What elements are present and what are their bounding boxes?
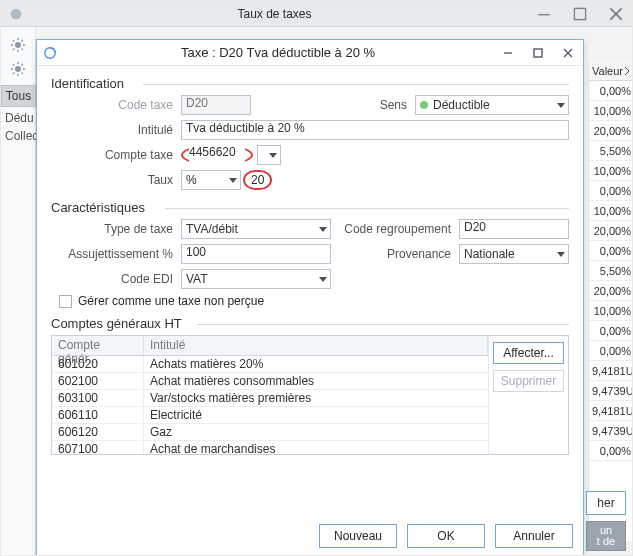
gear-icon[interactable] <box>10 37 26 53</box>
value-cell[interactable]: 10,00% <box>589 301 633 321</box>
table-body[interactable]: 601020Achats matières 20%602100Achat mat… <box>52 356 488 454</box>
chevron-down-icon <box>557 252 565 257</box>
table-row[interactable]: 606120Gaz <box>52 424 488 441</box>
table-row[interactable]: 603100Var/stocks matières premières <box>52 390 488 407</box>
chevron-down-icon <box>319 227 327 232</box>
label-taux: Taux <box>51 173 181 187</box>
provenance-combo[interactable]: Nationale <box>459 244 569 264</box>
table-row[interactable]: 602100Achat matières consommables <box>52 373 488 390</box>
value-cell[interactable]: 5,50% <box>589 261 633 281</box>
value-cell[interactable]: 20,00% <box>589 221 633 241</box>
value-cell[interactable]: 9,4181U <box>589 361 633 381</box>
compte-taxe-highlight: 4456620 <box>181 145 253 165</box>
cell-code: 602100 <box>52 373 144 389</box>
parent-value-column: Valeur 0,00%10,00%20,00%5,50%10,00%0,00%… <box>588 61 633 541</box>
code-regroupement-field[interactable]: D20 <box>459 219 569 239</box>
parent-titlebar: Taux de taxes <box>1 1 633 27</box>
value-cell[interactable]: 9,4739U <box>589 421 633 441</box>
label-type-taxe: Type de taxe <box>51 222 181 236</box>
value-cell[interactable]: 20,00% <box>589 121 633 141</box>
tab-tous[interactable]: Tous <box>1 85 36 107</box>
value-cell[interactable]: 0,00% <box>589 181 633 201</box>
label-compte-taxe: Compte taxe <box>51 148 181 162</box>
assujettissement-field[interactable]: 100 <box>181 244 331 264</box>
value-cell[interactable]: 0,00% <box>589 81 633 101</box>
code-taxe-field: D20 <box>181 95 251 115</box>
th-compte[interactable]: Compte génér... <box>52 336 144 355</box>
section-identification: Identification <box>51 76 569 91</box>
parent-close[interactable] <box>598 1 633 27</box>
cell-intitule: Var/stocks matières premières <box>144 390 488 406</box>
taux-value-field[interactable]: 20 <box>251 173 264 187</box>
label-provenance: Provenance <box>339 247 459 261</box>
value-cell[interactable]: 10,00% <box>589 161 633 181</box>
annuler-button[interactable]: Annuler <box>495 524 573 548</box>
svg-rect-7 <box>534 49 542 57</box>
cell-intitule: Gaz <box>144 424 488 440</box>
value-cell[interactable]: 0,00% <box>589 241 633 261</box>
cell-code: 607100 <box>52 441 144 454</box>
parent-title: Taux de taxes <box>23 7 526 21</box>
accounts-table: Compte génér... Intitulé 601020Achats ma… <box>52 336 488 454</box>
table-row[interactable]: 606110Electricité <box>52 407 488 424</box>
dialog-close[interactable] <box>553 40 583 66</box>
type-taxe-combo[interactable]: TVA/débit <box>181 219 331 239</box>
parent-minimize[interactable] <box>526 1 562 27</box>
code-edi-combo[interactable]: VAT <box>181 269 331 289</box>
svg-point-3 <box>15 42 21 48</box>
chevron-right-icon[interactable] <box>623 67 631 75</box>
app-icon <box>9 7 23 21</box>
parent-maximize[interactable] <box>562 1 598 27</box>
dialog-minimize[interactable] <box>493 40 523 66</box>
cell-intitule: Achats matières 20% <box>144 356 488 372</box>
value-cell[interactable]: 9,4181U <box>589 401 633 421</box>
table-row[interactable]: 607100Achat de marchandises <box>52 441 488 454</box>
svg-point-0 <box>11 8 22 19</box>
taux-unit-combo[interactable]: % <box>181 170 241 190</box>
dialog-titlebar: Taxe : D20 Tva déductible à 20 % <box>37 40 583 66</box>
value-cell[interactable]: 20,00% <box>589 281 633 301</box>
label-code-edi: Code EDI <box>51 272 181 286</box>
compte-taxe-dropdown[interactable] <box>257 145 281 165</box>
th-intitule[interactable]: Intitulé <box>144 336 488 355</box>
table-header: Compte génér... Intitulé <box>52 336 488 356</box>
table-row[interactable]: 601020Achats matières 20% <box>52 356 488 373</box>
label-non-percue: Gérer comme une taxe non perçue <box>78 294 264 308</box>
value-cell[interactable]: 0,00% <box>589 441 633 461</box>
behind-button-her[interactable]: her <box>586 491 626 515</box>
nouveau-button[interactable]: Nouveau <box>319 524 397 548</box>
chevron-down-icon <box>229 178 237 183</box>
value-cell[interactable]: 10,00% <box>589 101 633 121</box>
gear-icon-2[interactable] <box>10 61 26 77</box>
value-cell[interactable]: 10,00% <box>589 201 633 221</box>
value-cell[interactable]: 0,00% <box>589 341 633 361</box>
value-cell[interactable]: 0,00% <box>589 321 633 341</box>
sens-value: Déductible <box>433 98 490 112</box>
behind-button-un[interactable]: un t de <box>586 521 626 551</box>
table-side-buttons: Affecter... Supprimer <box>488 336 568 454</box>
label-assujettissement: Assujettissement % <box>51 247 181 261</box>
cell-code: 603100 <box>52 390 144 406</box>
cell-intitule: Electricité <box>144 407 488 423</box>
ok-button[interactable]: OK <box>407 524 485 548</box>
affecter-button[interactable]: Affecter... <box>493 342 564 364</box>
compte-taxe-field[interactable]: 4456620 <box>189 145 245 165</box>
col-header-valeur[interactable]: Valeur <box>592 65 623 77</box>
type-taxe-value: TVA/débit <box>186 222 238 236</box>
label-sens: Sens <box>375 98 415 112</box>
taux-value-highlight: 20 <box>243 170 272 190</box>
status-led-icon <box>420 101 428 109</box>
label-code-regroupement: Code regroupement <box>339 222 459 236</box>
grid-cells: 0,00%10,00%20,00%5,50%10,00%0,00%10,00%2… <box>589 81 633 461</box>
value-cell[interactable]: 9,4739U <box>589 381 633 401</box>
section-caracteristiques: Caractéristiques <box>51 200 569 215</box>
non-percue-checkbox[interactable] <box>59 295 72 308</box>
dialog-maximize[interactable] <box>523 40 553 66</box>
value-cell[interactable]: 5,50% <box>589 141 633 161</box>
chevron-down-icon <box>557 103 565 108</box>
cell-intitule: Achat de marchandises <box>144 441 488 454</box>
intitule-field[interactable]: Tva déductible à 20 % <box>181 120 569 140</box>
cell-code: 601020 <box>52 356 144 372</box>
sens-combo[interactable]: Déductible <box>415 95 569 115</box>
dialog-title: Taxe : D20 Tva déductible à 20 % <box>63 45 493 60</box>
